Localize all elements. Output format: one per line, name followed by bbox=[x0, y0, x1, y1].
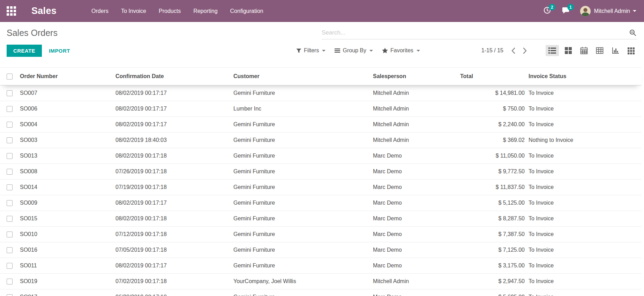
row-checkbox[interactable] bbox=[7, 263, 13, 269]
column-header-salesperson[interactable]: Salesperson bbox=[373, 68, 460, 85]
salesperson-cell[interactable]: Marc Demo bbox=[373, 148, 460, 164]
customer-cell[interactable]: Gemini Furniture bbox=[233, 148, 373, 164]
column-header-invoice-status[interactable]: Invoice Status bbox=[525, 68, 641, 85]
total-cell[interactable]: $ 7,387.50 bbox=[460, 227, 525, 242]
table-row[interactable]: SO014 07/19/2019 00:17:18 Gemini Furnitu… bbox=[0, 180, 641, 195]
table-row[interactable]: SO016 07/05/2019 00:17:18 Gemini Furnitu… bbox=[0, 242, 641, 258]
total-cell[interactable]: $ 3,175.00 bbox=[460, 258, 525, 274]
grid-view-button[interactable] bbox=[625, 45, 637, 56]
confirmation-date-cell[interactable]: 08/02/2019 00:17:17 bbox=[115, 258, 233, 274]
confirmation-date-cell[interactable]: 08/02/2019 00:17:18 bbox=[115, 211, 233, 227]
row-checkbox[interactable] bbox=[7, 184, 13, 190]
salesperson-cell[interactable]: Marc Demo bbox=[373, 180, 460, 195]
confirmation-date-cell[interactable]: 08/02/2019 00:17:17 bbox=[115, 85, 233, 101]
salesperson-cell[interactable]: Marc Demo bbox=[373, 242, 460, 258]
pivot-view-button[interactable] bbox=[593, 45, 606, 56]
invoice-status-cell[interactable]: To Invoice bbox=[525, 289, 641, 296]
menu-products[interactable]: Products bbox=[152, 5, 187, 18]
salesperson-cell[interactable]: Mitchell Admin bbox=[373, 101, 460, 117]
confirmation-date-cell[interactable]: 07/12/2019 00:17:18 bbox=[115, 227, 233, 242]
salesperson-cell[interactable]: Mitchell Admin bbox=[373, 85, 460, 101]
filters-dropdown[interactable]: Filters bbox=[296, 47, 326, 54]
customer-cell[interactable]: Gemini Furniture bbox=[233, 242, 373, 258]
table-row[interactable]: SO017 06/28/2019 00:17:18 Gemini Furnitu… bbox=[0, 289, 641, 296]
invoice-status-cell[interactable]: To Invoice bbox=[525, 242, 641, 258]
row-checkbox[interactable] bbox=[7, 169, 13, 175]
confirmation-date-cell[interactable]: 06/28/2019 00:17:18 bbox=[115, 289, 233, 296]
invoice-status-cell[interactable]: Nothing to Invoice bbox=[525, 132, 641, 148]
confirmation-date-cell[interactable]: 08/02/2019 00:17:17 bbox=[115, 117, 233, 132]
invoice-status-cell[interactable]: To Invoice bbox=[525, 195, 641, 211]
group-by-dropdown[interactable]: Group By bbox=[335, 47, 373, 54]
confirmation-date-cell[interactable]: 07/19/2019 00:17:18 bbox=[115, 180, 233, 195]
customer-cell[interactable]: Gemini Furniture bbox=[233, 132, 373, 148]
graph-view-button[interactable] bbox=[609, 45, 622, 56]
table-row[interactable]: SO019 07/02/2019 00:17:18 YourCompany, J… bbox=[0, 274, 641, 289]
salesperson-cell[interactable]: Marc Demo bbox=[373, 258, 460, 274]
order-number-cell[interactable]: SO013 bbox=[17, 148, 115, 164]
select-all-checkbox[interactable] bbox=[7, 74, 13, 79]
total-cell[interactable]: $ 5,125.00 bbox=[460, 195, 525, 211]
salesperson-cell[interactable]: Marc Demo bbox=[373, 227, 460, 242]
search-input[interactable] bbox=[322, 29, 629, 36]
row-checkbox[interactable] bbox=[7, 106, 13, 112]
row-checkbox[interactable] bbox=[7, 200, 13, 206]
menu-orders[interactable]: Orders bbox=[85, 5, 115, 18]
row-checkbox[interactable] bbox=[7, 279, 13, 284]
row-checkbox[interactable] bbox=[7, 153, 13, 159]
customer-cell[interactable]: Gemini Furniture bbox=[233, 195, 373, 211]
column-header-customer[interactable]: Customer bbox=[233, 68, 373, 85]
customer-cell[interactable]: Gemini Furniture bbox=[233, 164, 373, 180]
invoice-status-cell[interactable]: To Invoice bbox=[525, 180, 641, 195]
order-number-cell[interactable]: SO019 bbox=[17, 274, 115, 289]
invoice-status-cell[interactable]: To Invoice bbox=[525, 101, 641, 117]
confirmation-date-cell[interactable]: 08/02/2019 00:17:17 bbox=[115, 195, 233, 211]
customer-cell[interactable]: Gemini Furniture bbox=[233, 85, 373, 101]
confirmation-date-cell[interactable]: 08/02/2019 18:40:03 bbox=[115, 132, 233, 148]
import-button[interactable]: IMPORT bbox=[49, 48, 70, 54]
messages-button[interactable]: 1 bbox=[562, 6, 570, 16]
table-row[interactable]: SO006 08/02/2019 00:17:17 Lumber Inc Mit… bbox=[0, 101, 641, 117]
salesperson-cell[interactable]: Mitchell Admin bbox=[373, 274, 460, 289]
total-cell[interactable]: $ 11,050.00 bbox=[460, 148, 525, 164]
menu-configuration[interactable]: Configuration bbox=[224, 5, 270, 18]
confirmation-date-cell[interactable]: 07/05/2019 00:17:18 bbox=[115, 242, 233, 258]
customer-cell[interactable]: Gemini Furniture bbox=[233, 211, 373, 227]
apps-menu-button[interactable] bbox=[7, 6, 16, 16]
customer-cell[interactable]: Gemini Furniture bbox=[233, 289, 373, 296]
customer-cell[interactable]: Gemini Furniture bbox=[233, 227, 373, 242]
pager-previous-button[interactable] bbox=[511, 47, 515, 54]
create-button[interactable]: CREATE bbox=[7, 45, 42, 57]
customer-cell[interactable]: Gemini Furniture bbox=[233, 258, 373, 274]
table-row[interactable]: SO015 08/02/2019 00:17:18 Gemini Furnitu… bbox=[0, 211, 641, 227]
total-cell[interactable]: $ 14,981.00 bbox=[460, 85, 525, 101]
row-checkbox[interactable] bbox=[7, 137, 13, 143]
invoice-status-cell[interactable]: To Invoice bbox=[525, 148, 641, 164]
pager-next-button[interactable] bbox=[523, 47, 527, 54]
row-checkbox[interactable] bbox=[7, 232, 13, 237]
total-cell[interactable]: $ 7,125.00 bbox=[460, 242, 525, 258]
total-cell[interactable]: $ 11,837.50 bbox=[460, 180, 525, 195]
salesperson-cell[interactable]: Mitchell Admin bbox=[373, 132, 460, 148]
salesperson-cell[interactable]: Marc Demo bbox=[373, 211, 460, 227]
calendar-view-button[interactable] bbox=[578, 45, 590, 56]
menu-reporting[interactable]: Reporting bbox=[187, 5, 224, 18]
customer-cell[interactable]: Gemini Furniture bbox=[233, 180, 373, 195]
salesperson-cell[interactable]: Marc Demo bbox=[373, 195, 460, 211]
table-row[interactable]: SO003 08/02/2019 18:40:03 Gemini Furnitu… bbox=[0, 132, 641, 148]
column-header-confirmation-date[interactable]: Confirmation Date bbox=[115, 68, 233, 85]
order-number-cell[interactable]: SO011 bbox=[17, 258, 115, 274]
current-app-name[interactable]: Sales bbox=[31, 6, 57, 16]
invoice-status-cell[interactable]: To Invoice bbox=[525, 258, 641, 274]
invoice-status-cell[interactable]: To Invoice bbox=[525, 227, 641, 242]
search-icon[interactable] bbox=[629, 29, 637, 37]
customer-cell[interactable]: Lumber Inc bbox=[233, 101, 373, 117]
table-row[interactable]: SO013 08/02/2019 00:17:18 Gemini Furnitu… bbox=[0, 148, 641, 164]
confirmation-date-cell[interactable]: 07/02/2019 00:17:18 bbox=[115, 274, 233, 289]
order-number-cell[interactable]: SO003 bbox=[17, 132, 115, 148]
row-checkbox[interactable] bbox=[7, 294, 13, 296]
order-number-cell[interactable]: SO016 bbox=[17, 242, 115, 258]
row-checkbox[interactable] bbox=[7, 247, 13, 253]
table-row[interactable]: SO004 08/02/2019 00:17:17 Gemini Furnitu… bbox=[0, 117, 641, 132]
customer-cell[interactable]: YourCompany, Joel Willis bbox=[233, 274, 373, 289]
